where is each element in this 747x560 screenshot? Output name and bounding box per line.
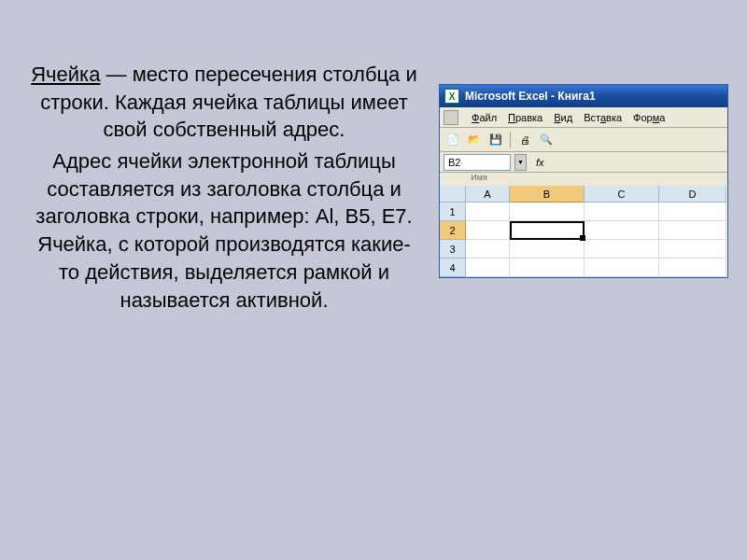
grid-row-2: 2 [440, 221, 727, 240]
tool-print-icon[interactable]: 🖨 [515, 131, 534, 149]
menu-insert[interactable]: Вставка [578, 112, 627, 123]
menu-file[interactable]: Файл [466, 112, 502, 123]
row-header-2[interactable]: 2 [440, 221, 466, 240]
excel-panel: X Microsoft Excel - Книга1 Файл Правка В… [439, 47, 728, 532]
name-box-dropdown-icon[interactable]: ▼ [514, 154, 527, 171]
menu-format[interactable]: Форма [627, 112, 670, 123]
col-header-d[interactable]: D [659, 186, 726, 203]
cell-c3[interactable] [585, 240, 659, 259]
paragraph-2: Адрес ячейки электронной таблицы составл… [28, 147, 420, 314]
tool-new-icon[interactable]: 📄 [444, 131, 462, 149]
toolbar: 📄 📂 💾 🖨 🔍 [440, 128, 727, 152]
cell-d4[interactable] [659, 259, 726, 277]
row-header-4[interactable]: 4 [440, 259, 466, 277]
cell-a1[interactable] [466, 203, 510, 221]
cell-b2-active[interactable] [510, 221, 585, 240]
text-panel: Ячейка — место пересечения столбца и стр… [28, 47, 420, 532]
cell-c1[interactable] [585, 203, 659, 221]
cell-d1[interactable] [659, 203, 726, 221]
row-header-1[interactable]: 1 [440, 203, 466, 221]
cell-d2[interactable] [659, 221, 726, 240]
term-cell: Ячейка [31, 63, 100, 86]
cell-c4[interactable] [585, 259, 659, 277]
name-label-row: Имя [440, 173, 727, 186]
cell-a3[interactable] [466, 240, 510, 259]
select-all-corner[interactable] [440, 186, 466, 203]
excel-window: X Microsoft Excel - Книга1 Файл Правка В… [439, 84, 728, 278]
paragraph-1: Ячейка — место пересечения столбца и стр… [28, 61, 420, 144]
titlebar: X Microsoft Excel - Книга1 [440, 85, 727, 107]
cell-d3[interactable] [659, 240, 726, 259]
col-header-b[interactable]: B [510, 186, 585, 203]
col-header-c[interactable]: C [585, 186, 659, 203]
name-box-label: Имя [460, 173, 498, 186]
grid-row-1: 1 [440, 203, 727, 221]
row-header-3[interactable]: 3 [440, 240, 466, 259]
col-header-a[interactable]: A [466, 186, 510, 203]
menu-view[interactable]: Вид [548, 112, 578, 123]
cell-b3[interactable] [510, 240, 585, 259]
menu-doc-icon[interactable] [444, 110, 458, 125]
grid-row-4: 4 [440, 259, 727, 277]
tool-preview-icon[interactable]: 🔍 [537, 131, 556, 149]
menubar: Файл Правка Вид Вставка Форма [440, 107, 727, 128]
column-header-row: A B C D [440, 186, 727, 203]
cell-b1[interactable] [510, 203, 585, 221]
cell-b4[interactable] [510, 259, 585, 277]
tool-save-icon[interactable]: 💾 [486, 131, 505, 149]
name-box[interactable]: B2 [444, 154, 511, 171]
grid-row-3: 3 [440, 240, 727, 259]
cell-c2[interactable] [585, 221, 659, 240]
toolbar-separator [510, 132, 511, 148]
formula-bar: B2 ▼ fx [440, 152, 727, 173]
spreadsheet-grid: A B C D 1 2 3 [440, 186, 727, 277]
menu-edit[interactable]: Правка [502, 112, 548, 123]
tool-open-icon[interactable]: 📂 [465, 131, 484, 149]
cell-a2[interactable] [466, 221, 510, 240]
cell-a4[interactable] [466, 259, 510, 277]
titlebar-text: Microsoft Excel - Книга1 [465, 90, 596, 103]
excel-icon: X [444, 89, 459, 104]
fx-label[interactable]: fx [536, 157, 544, 168]
